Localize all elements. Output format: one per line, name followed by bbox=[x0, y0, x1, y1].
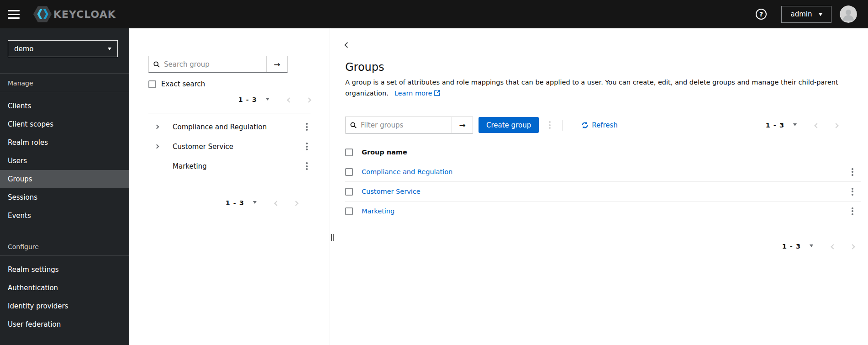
expand-chevron-icon[interactable] bbox=[155, 144, 161, 149]
exact-search-row: Exact search bbox=[148, 80, 310, 88]
sidebar-item-user-federation[interactable]: User federation bbox=[0, 315, 129, 334]
filter-submit-button[interactable]: → bbox=[452, 117, 473, 133]
pagination-options-toggle[interactable] bbox=[801, 242, 813, 250]
create-group-button[interactable]: Create group bbox=[479, 117, 539, 133]
search-icon bbox=[149, 56, 160, 72]
chevron-down-icon bbox=[793, 123, 797, 128]
sidebar-item-events[interactable]: Events bbox=[0, 207, 129, 225]
filter-groups-input[interactable] bbox=[357, 117, 452, 133]
pagination-prev-button[interactable] bbox=[831, 243, 835, 250]
expand-chevron-icon[interactable] bbox=[155, 124, 161, 130]
group-link-compliance-and-regulation[interactable]: Compliance and Regulation bbox=[362, 168, 452, 175]
realm-selector[interactable]: demo bbox=[8, 40, 118, 57]
group-link-customer-service[interactable]: Customer Service bbox=[362, 188, 421, 195]
chevron-right-icon bbox=[850, 244, 855, 249]
pagination-next-button[interactable] bbox=[294, 199, 298, 207]
chevron-down-icon bbox=[253, 201, 257, 206]
pagination-next-button[interactable] bbox=[851, 243, 854, 250]
search-icon bbox=[346, 117, 357, 133]
chevron-left-icon bbox=[287, 97, 292, 102]
sidebar-item-authentication[interactable]: Authentication bbox=[0, 279, 129, 297]
tree-pagination-top: 1 - 3 bbox=[148, 95, 310, 105]
sidebar-item-realm-roles[interactable]: Realm roles bbox=[0, 133, 129, 152]
user-menu-label: admin bbox=[791, 10, 812, 18]
keycloak-logo: KEYCLOAK bbox=[32, 4, 116, 25]
group-link-marketing[interactable]: Marketing bbox=[362, 207, 395, 215]
toolbar-kebab-menu-icon[interactable] bbox=[546, 119, 553, 131]
user-menu-dropdown[interactable]: admin bbox=[781, 6, 831, 23]
table-pagination-top: 1 - 3 bbox=[766, 120, 838, 130]
group-search-control: → bbox=[148, 56, 288, 73]
pagination-range: 1 - 3 bbox=[238, 96, 257, 103]
keycloak-hexagon-icon bbox=[32, 4, 53, 25]
sidebar-item-users[interactable]: Users bbox=[0, 152, 129, 170]
kebab-menu-icon[interactable] bbox=[303, 121, 310, 133]
avatar[interactable] bbox=[831, 5, 857, 23]
toolbar-divider bbox=[563, 120, 563, 131]
groups-table: Group name Compliance and Regulation Cus… bbox=[345, 143, 861, 221]
row-kebab-menu-icon[interactable] bbox=[849, 206, 856, 217]
nav-toggle-hamburger-icon[interactable] bbox=[8, 10, 20, 19]
groups-main-panel: Groups A group is a set of attributes an… bbox=[330, 28, 868, 345]
chevron-left-icon bbox=[274, 201, 279, 206]
pagination-options-toggle[interactable] bbox=[784, 121, 797, 129]
avatar-icon bbox=[840, 5, 857, 23]
tree-item-compliance-and-regulation[interactable]: Compliance and Regulation bbox=[148, 117, 310, 137]
help-icon[interactable]: ? bbox=[756, 9, 767, 20]
exact-search-label: Exact search bbox=[161, 80, 205, 88]
pagination-range: 1 - 3 bbox=[226, 199, 244, 207]
chevron-left-icon bbox=[831, 244, 836, 249]
tree-item-customer-service[interactable]: Customer Service bbox=[148, 137, 310, 156]
pagination-prev-button[interactable] bbox=[275, 199, 279, 207]
select-all-checkbox[interactable] bbox=[345, 149, 353, 156]
tree-item-marketing[interactable]: Marketing bbox=[148, 156, 310, 176]
pagination-prev-button[interactable] bbox=[288, 96, 291, 103]
kebab-menu-icon[interactable] bbox=[303, 160, 310, 172]
toggle-spacer bbox=[155, 164, 161, 169]
row-kebab-menu-icon[interactable] bbox=[849, 166, 856, 178]
tree-pagination-bottom: 1 - 3 bbox=[148, 198, 298, 208]
chevron-down-icon bbox=[810, 244, 813, 249]
sidebar-item-clients[interactable]: Clients bbox=[0, 97, 129, 115]
row-kebab-menu-icon[interactable] bbox=[849, 186, 856, 197]
arrow-right-icon: → bbox=[459, 121, 465, 130]
search-submit-button[interactable]: → bbox=[266, 56, 287, 72]
sidebar-item-client-scopes[interactable]: Client scopes bbox=[0, 115, 129, 133]
tree-item-label: Compliance and Regulation bbox=[173, 123, 303, 131]
row-checkbox[interactable] bbox=[345, 207, 353, 215]
row-checkbox[interactable] bbox=[345, 188, 353, 196]
chevron-right-icon bbox=[833, 123, 838, 128]
masthead: KEYCLOAK ? admin bbox=[0, 0, 868, 28]
sidebar-item-groups[interactable]: Groups bbox=[0, 170, 129, 188]
panel-resize-handle[interactable] bbox=[331, 234, 334, 241]
collapse-panel-button[interactable] bbox=[345, 41, 349, 48]
tree-item-label: Customer Service bbox=[173, 143, 303, 151]
pagination-options-toggle[interactable] bbox=[257, 96, 269, 104]
pagination-next-button[interactable] bbox=[834, 122, 838, 129]
group-name-column-header: Group name bbox=[362, 149, 861, 156]
search-group-input[interactable] bbox=[160, 56, 266, 72]
refresh-icon bbox=[581, 122, 589, 129]
kebab-menu-icon[interactable] bbox=[303, 141, 310, 152]
pagination-options-toggle[interactable] bbox=[244, 199, 257, 207]
groups-toolbar: → Create group Refresh 1 - 3 bbox=[345, 117, 861, 133]
refresh-button[interactable]: Refresh bbox=[581, 121, 618, 129]
page-description: A group is a set of attributes and role … bbox=[345, 77, 859, 99]
sidebar-item-identity-providers[interactable]: Identity providers bbox=[0, 297, 129, 315]
row-checkbox[interactable] bbox=[345, 168, 353, 176]
table-header-row: Group name bbox=[345, 143, 861, 162]
chevron-right-icon bbox=[293, 201, 298, 206]
pagination-prev-button[interactable] bbox=[815, 122, 819, 129]
pagination-range: 1 - 3 bbox=[782, 243, 801, 250]
exact-search-checkbox[interactable] bbox=[148, 80, 156, 88]
realm-selector-value: demo bbox=[14, 45, 34, 53]
chevron-right-icon bbox=[306, 97, 311, 102]
sidebar-nav: demo Manage Clients Client scopes Realm … bbox=[0, 28, 129, 345]
learn-more-link[interactable]: Learn more bbox=[395, 90, 441, 97]
sidebar-section-configure: Configure bbox=[0, 238, 129, 256]
sidebar-item-realm-settings[interactable]: Realm settings bbox=[0, 260, 129, 279]
sidebar-item-sessions[interactable]: Sessions bbox=[0, 188, 129, 207]
table-pagination-bottom: 1 - 3 bbox=[345, 241, 854, 251]
chevron-down-icon bbox=[819, 13, 822, 18]
pagination-next-button[interactable] bbox=[307, 96, 310, 103]
